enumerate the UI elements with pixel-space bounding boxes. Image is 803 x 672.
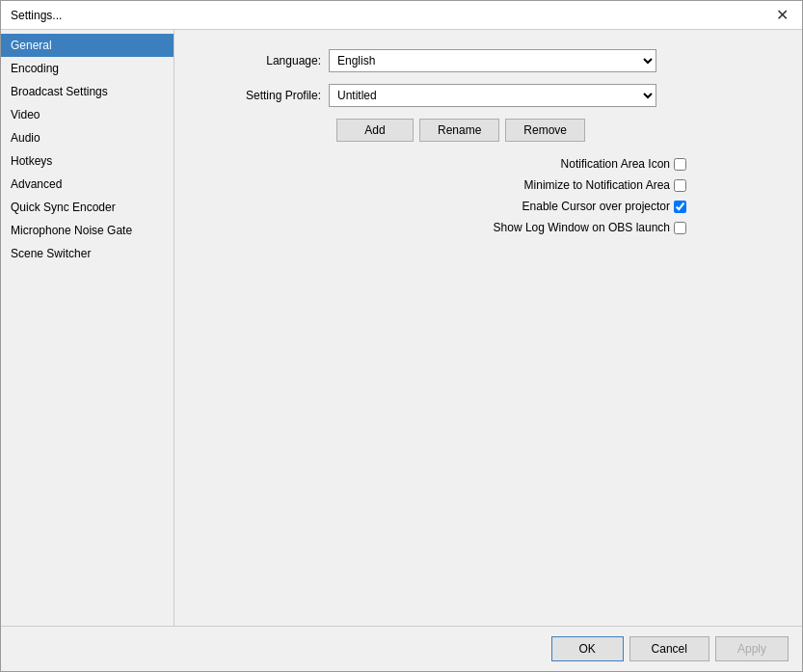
sidebar: General Encoding Broadcast Settings Vide… bbox=[1, 30, 174, 626]
rename-button[interactable]: Rename bbox=[419, 119, 499, 142]
main-panel: Language: English Setting Profile: Untit… bbox=[174, 30, 802, 626]
sidebar-item-general[interactable]: General bbox=[1, 34, 174, 57]
sidebar-item-microphone-noise-gate[interactable]: Microphone Noise Gate bbox=[1, 219, 174, 242]
setting-profile-select[interactable]: Untitled bbox=[329, 84, 656, 107]
sidebar-item-hotkeys[interactable]: Hotkeys bbox=[1, 149, 174, 173]
sidebar-item-video[interactable]: Video bbox=[1, 103, 174, 126]
minimize-to-notification-label: Minimize to Notification Area bbox=[524, 178, 670, 192]
show-log-row: Show Log Window on OBS launch bbox=[203, 221, 686, 234]
add-button[interactable]: Add bbox=[336, 119, 414, 142]
sidebar-item-audio[interactable]: Audio bbox=[1, 126, 174, 149]
close-button[interactable]: ✕ bbox=[772, 8, 792, 23]
sidebar-item-broadcast-settings[interactable]: Broadcast Settings bbox=[1, 80, 174, 103]
show-log-label: Show Log Window on OBS launch bbox=[494, 221, 670, 234]
enable-cursor-checkbox[interactable] bbox=[674, 201, 686, 213]
setting-profile-row: Setting Profile: Untitled bbox=[203, 84, 773, 107]
minimize-to-notification-checkbox[interactable] bbox=[674, 179, 686, 192]
notification-area-icon-row: Notification Area Icon bbox=[203, 157, 686, 171]
notification-area-icon-checkbox[interactable] bbox=[674, 158, 686, 171]
settings-dialog: Settings... ✕ General Encoding Broadcast… bbox=[0, 0, 803, 672]
dialog-title: Settings... bbox=[11, 9, 62, 22]
sidebar-item-scene-switcher[interactable]: Scene Switcher bbox=[1, 242, 174, 265]
language-label: Language: bbox=[203, 54, 329, 67]
show-log-checkbox[interactable] bbox=[674, 222, 686, 234]
sidebar-item-encoding[interactable]: Encoding bbox=[1, 57, 174, 80]
sidebar-item-advanced[interactable]: Advanced bbox=[1, 173, 174, 196]
language-select[interactable]: English bbox=[329, 49, 656, 72]
apply-button[interactable]: Apply bbox=[715, 636, 789, 661]
footer: OK Cancel Apply bbox=[1, 626, 802, 671]
enable-cursor-row: Enable Cursor over projector bbox=[203, 200, 686, 213]
profile-buttons-row: Add Rename Remove bbox=[336, 119, 773, 142]
content-area: General Encoding Broadcast Settings Vide… bbox=[1, 30, 802, 626]
minimize-to-notification-row: Minimize to Notification Area bbox=[203, 178, 686, 192]
ok-button[interactable]: OK bbox=[551, 636, 624, 661]
setting-profile-label: Setting Profile: bbox=[203, 89, 329, 102]
sidebar-item-quick-sync-encoder[interactable]: Quick Sync Encoder bbox=[1, 196, 174, 219]
cancel-button[interactable]: Cancel bbox=[629, 636, 709, 661]
notification-area-icon-label: Notification Area Icon bbox=[561, 157, 670, 171]
enable-cursor-label: Enable Cursor over projector bbox=[522, 200, 670, 213]
language-row: Language: English bbox=[203, 49, 773, 72]
title-bar: Settings... ✕ bbox=[1, 1, 802, 30]
remove-button[interactable]: Remove bbox=[505, 119, 585, 142]
